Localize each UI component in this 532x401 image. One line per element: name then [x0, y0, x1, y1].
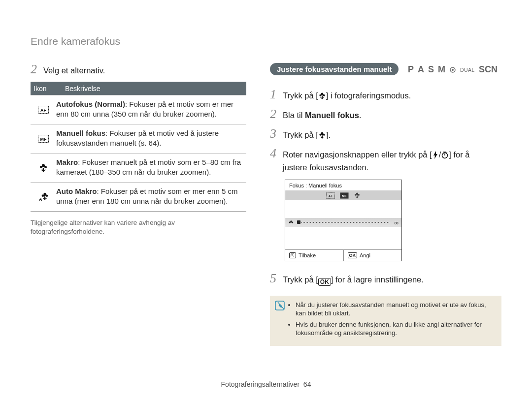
table-header: Ikon Beskrivelse: [31, 82, 246, 95]
macro-down-icon: [318, 92, 326, 100]
lcd-blank: [285, 200, 401, 218]
svg-text:✎: ✎: [278, 303, 283, 309]
row-text: : Fokuser manuelt på et motiv som er 5–8…: [56, 158, 241, 176]
right-step-5: 5 Trykk på [OK] for å lagre innstillinge…: [270, 272, 501, 286]
right-step-2: 2 Bla til Manuell fokus.: [270, 108, 501, 122]
section-heading-row: Justere fokusavstanden manuelt P A S M D…: [270, 63, 501, 75]
lcd-icon-strip: AF MF: [285, 190, 401, 200]
back-hw-icon: ⇱: [289, 252, 296, 258]
lcd-focus-slider: ∞: [285, 218, 401, 227]
options-table: Ikon Beskrivelse AF Autofokus (Normal): …: [31, 82, 246, 212]
step-number: 5: [270, 272, 283, 285]
row-title: Manuell fokus: [56, 129, 105, 137]
left-column: 2 Velg et alternativ. Ikon Beskrivelse A…: [31, 63, 246, 236]
svg-text:AF: AF: [40, 108, 46, 113]
ok-hw-icon: OK: [348, 252, 358, 258]
mode-dial-list: P A S M DUAL SCN: [408, 64, 498, 75]
macro-icon: [38, 163, 48, 173]
lcd-softkeys: ⇱ Tilbake OK Angi: [285, 249, 401, 261]
text-fragment: Bla til: [283, 111, 305, 120]
table-row: AF Autofokus (Normal): Fokuser på et mot…: [31, 95, 246, 124]
svg-text:MF: MF: [40, 137, 47, 142]
step-text: Bla til Manuell fokus.: [283, 109, 362, 122]
step-number: 2: [31, 63, 43, 76]
mode-p: P: [408, 64, 414, 75]
step-text: Velg et alternativ.: [43, 64, 105, 77]
near-icon: [288, 219, 294, 228]
footer-page-number: 64: [303, 380, 311, 388]
step-number: 4: [270, 147, 283, 160]
table-row: Makro: Fokuser manuelt på et motiv som e…: [31, 153, 246, 182]
lens-icon: [449, 66, 456, 73]
timer-icon: [441, 151, 449, 159]
text-fragment: ] i fotograferingsmodus.: [326, 91, 411, 100]
text-fragment: ].: [326, 130, 331, 139]
text-fragment: Trykk på [: [283, 91, 318, 100]
right-step-3: 3 Trykk på [ ].: [270, 127, 501, 141]
macro-down-icon: [318, 131, 326, 139]
right-column: Justere fokusavstanden manuelt P A S M D…: [270, 63, 501, 346]
svg-text:MF: MF: [342, 194, 347, 197]
right-step-4: 4 Roter navigasjonsknappen eller trykk p…: [270, 147, 501, 174]
table-row: A Auto Makro: Fokuser på et motiv som er…: [31, 182, 246, 211]
row-title: Autofokus (Normal): [56, 100, 125, 108]
mode-scn: SCN: [479, 64, 498, 75]
section-pill: Justere fokusavstanden manuelt: [270, 63, 399, 75]
breadcrumb: Endre kamerafokus: [31, 35, 120, 47]
mode-m: M: [438, 64, 445, 75]
mf-icon: MF: [340, 192, 349, 199]
table-desc: Autofokus (Normal): Fokuser på et motiv …: [56, 95, 246, 124]
step-number: 1: [270, 88, 283, 101]
row-title: Auto Makro: [56, 187, 97, 195]
table-desc: Auto Makro: Fokuser på et motiv som er m…: [56, 183, 246, 211]
step-number: 3: [270, 127, 283, 140]
text-bold: Manuell fokus: [305, 111, 359, 120]
auto-macro-icon: A: [37, 192, 49, 202]
page-footer: Fotograferingsalternativer 64: [0, 380, 532, 388]
step-text: Trykk på [OK] for å lagre innstillingene…: [283, 273, 424, 286]
mode-dual: DUAL: [460, 67, 475, 73]
note-item: Når du justerer fokusavstanden manuelt o…: [296, 301, 495, 317]
note-item: Hvis du bruker denne funksjonen, kan du …: [296, 320, 495, 337]
mode-s: S: [428, 64, 434, 75]
lcd-blank: [285, 227, 401, 249]
row-title: Makro: [56, 158, 78, 166]
note-icon: ✎: [275, 301, 286, 340]
softkey-back: ⇱ Tilbake: [285, 250, 343, 261]
notes-box: ✎ Når du justerer fokusavstanden manuelt…: [270, 296, 501, 346]
lcd-preview: Fokus : Manuell fokus AF MF ∞: [285, 180, 402, 261]
table-footnote: Tilgjengelige alternativer kan variere a…: [31, 218, 246, 236]
slider-track: [297, 222, 390, 223]
table-col-icon: Ikon: [31, 82, 62, 95]
text-fragment: Trykk på [: [283, 130, 318, 139]
svg-text:A: A: [39, 197, 42, 202]
softkey-label: Angi: [360, 252, 370, 258]
mode-a: A: [418, 64, 424, 75]
table-desc: Makro: Fokuser manuelt på et motiv som e…: [56, 154, 246, 182]
notes-list: Når du justerer fokusavstanden manuelt o…: [289, 301, 495, 340]
step-number: 2: [270, 108, 283, 121]
ok-icon: OK: [318, 278, 331, 286]
step-text: Trykk på [ ] i fotograferingsmodus.: [283, 89, 411, 102]
af-icon: AF: [38, 106, 49, 114]
macro-icon: [354, 192, 361, 199]
text-fragment: ] for å lagre innstillingene.: [331, 275, 424, 284]
left-step-2: 2 Velg et alternativ.: [31, 63, 246, 77]
svg-text:AF: AF: [328, 194, 332, 197]
slider-knob: [297, 220, 300, 224]
footer-section: Fotograferingsalternativer: [221, 380, 300, 388]
table-desc: Manuell fokus: Fokuser på et motiv ved å…: [56, 124, 246, 153]
mf-icon: MF: [38, 135, 49, 143]
softkey-set: OK Angi: [343, 250, 402, 261]
text-fragment: Trykk på [: [283, 275, 318, 284]
right-step-1: 1 Trykk på [ ] i fotograferingsmodus.: [270, 88, 501, 102]
step-text: Trykk på [ ].: [283, 128, 331, 141]
right-steps: 1 Trykk på [ ] i fotograferingsmodus. 2 …: [270, 88, 501, 346]
text-fragment: .: [359, 111, 362, 120]
infinity-icon: ∞: [394, 219, 399, 226]
table-row: MF Manuell fokus: Fokuser på et motiv ve…: [31, 124, 246, 153]
af-icon: AF: [326, 192, 335, 199]
lcd-title: Fokus : Manuell fokus: [285, 180, 401, 190]
svg-point-6: [452, 69, 454, 71]
softkey-label: Tilbake: [299, 252, 316, 258]
